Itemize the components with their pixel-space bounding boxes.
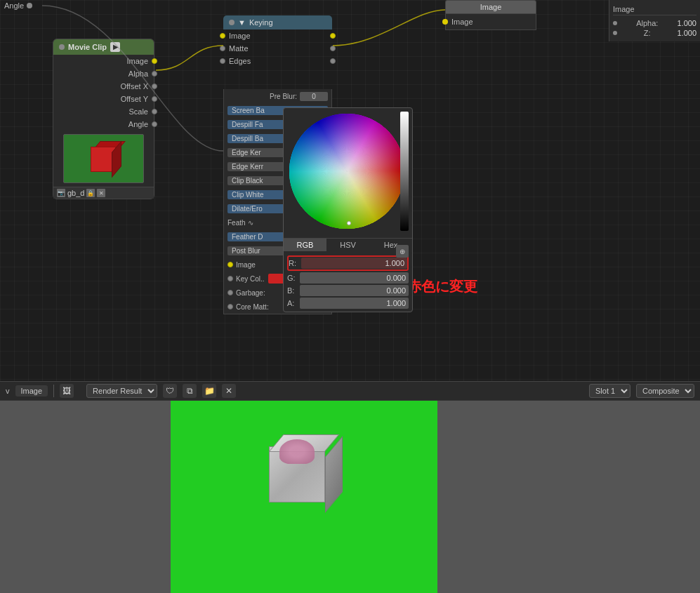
copy-icon[interactable]: ⧉ — [183, 384, 197, 398]
keying-input-edges: Edges — [223, 55, 332, 67]
keying-image-in-socket[interactable] — [220, 33, 225, 39]
brightness-strip[interactable] — [400, 112, 409, 231]
keying-edges-in-socket[interactable] — [220, 58, 225, 64]
viewer-cube — [255, 422, 346, 524]
angle-node: Angle — [0, 0, 37, 11]
output-offset-y: Offset Y — [53, 93, 154, 105]
image-menu-btn[interactable]: Image — [15, 385, 48, 397]
movie-clip-header: Movie Clip ▶ — [53, 39, 154, 55]
viewer-dark-left — [0, 401, 171, 593]
viewer-background — [0, 401, 700, 593]
shield-icon[interactable]: 🛡 — [163, 384, 177, 398]
angle-socket-out[interactable] — [152, 121, 157, 127]
alpha-dot — [613, 21, 617, 25]
slot-select[interactable]: Slot 1 — [589, 384, 630, 398]
output-angle: Angle — [53, 118, 154, 131]
scale-socket[interactable] — [152, 109, 157, 114]
alpha-socket[interactable] — [152, 71, 157, 76]
composite-select[interactable]: Composite — [636, 384, 694, 398]
z-row: Z: 1.000 — [613, 28, 696, 38]
eyedropper-icon[interactable]: ⊕ — [396, 245, 409, 258]
keying-dot — [229, 20, 235, 25]
clip-bottom-bar: 📷 gb_d 🔒 ✕ — [53, 187, 154, 199]
offset-y-socket[interactable] — [152, 96, 157, 102]
g-input[interactable] — [300, 272, 409, 284]
z-value: 1.000 — [677, 29, 696, 37]
close-icon[interactable]: ✕ — [222, 384, 236, 398]
keying-title: ▼ — [238, 18, 246, 27]
b-label: B: — [287, 286, 300, 295]
color-channel-inputs: R: G: B: A: — [284, 253, 412, 312]
image-output-body: Image — [445, 14, 536, 30]
image-row-label: Image — [236, 261, 256, 269]
image-output-node[interactable]: Image Image — [445, 0, 536, 30]
tab-rgb[interactable]: RGB — [284, 239, 326, 251]
clip-thumbnail — [63, 134, 144, 183]
keying-edges-out-socket[interactable] — [330, 58, 336, 64]
color-mode-tabs[interactable]: RGB HSV Hex — [284, 238, 412, 251]
image-viewer — [0, 401, 700, 593]
b-input[interactable] — [300, 285, 409, 296]
alpha-label: Alpha: — [636, 19, 658, 27]
keying-header: ▼ Keying — [223, 15, 332, 29]
r-label: R: — [289, 259, 301, 267]
keying-matte-in-socket[interactable] — [220, 46, 225, 51]
key-color-dot — [227, 276, 233, 281]
pre-blur-label: Pre Blur: — [227, 93, 300, 100]
node-editor: Angle Movie Clip ▶ Image Alpha Offset X … — [0, 0, 700, 400]
image-in-socket[interactable] — [442, 19, 448, 25]
feather-label: Feath — [227, 219, 246, 227]
clip-camera-icon: 📷 — [57, 189, 65, 197]
g-channel-row: G: — [287, 272, 409, 284]
feather-wave-icon: ∿ — [248, 219, 253, 227]
right-panel-title: Image — [613, 4, 696, 15]
header-dot — [59, 44, 65, 50]
sep1 — [53, 385, 54, 397]
movie-clip-title: Movie Clip — [68, 43, 107, 51]
image-socket[interactable] — [152, 58, 157, 64]
alpha-row: Alpha: 1.000 — [613, 18, 696, 28]
output-image: Image — [53, 55, 154, 67]
viewer-dark-right — [437, 401, 700, 593]
annotation-text: 赤色に変更 — [407, 277, 477, 296]
r-channel-highlighted: R: — [287, 255, 409, 271]
movie-clip-node[interactable]: Movie Clip ▶ Image Alpha Offset X Offset… — [53, 39, 154, 199]
garbage-dot — [227, 290, 233, 295]
keying-matte-out-socket[interactable] — [330, 46, 336, 51]
a-channel-row: A: — [287, 298, 409, 309]
pink-figure — [279, 439, 315, 464]
z-dot — [613, 31, 617, 35]
r-input[interactable] — [301, 258, 407, 269]
keying-node[interactable]: ▼ Keying Image Matte Edges — [223, 15, 332, 67]
offset-x-socket[interactable] — [152, 84, 157, 89]
image-socket-small — [227, 262, 233, 267]
color-picker-popup[interactable]: RGB HSV Hex R: G: B: A: — [283, 107, 413, 312]
angle-socket — [27, 3, 32, 8]
image-output-header: Image — [445, 0, 536, 14]
right-panel: Image Alpha: 1.000 Z: 1.000 — [609, 0, 700, 41]
pre-blur-input[interactable] — [300, 92, 328, 101]
tab-hsv[interactable]: HSV — [326, 239, 369, 251]
clip-close-icon[interactable]: ✕ — [97, 189, 105, 197]
key-color-label: Key Col.. — [236, 275, 265, 283]
color-wheel[interactable] — [287, 112, 407, 231]
toolbar-v-label: v — [6, 387, 10, 395]
alpha-value: 1.000 — [677, 19, 696, 27]
header-icon: ▶ — [110, 42, 120, 52]
keying-label: Keying — [249, 18, 273, 27]
clip-shield-icon: 🔒 — [86, 189, 95, 197]
clip-name: gb_d — [67, 189, 84, 197]
render-result-select[interactable]: Render Result — [86, 384, 157, 398]
a-input[interactable] — [300, 298, 409, 309]
output-scale: Scale — [53, 105, 154, 118]
cube-preview — [86, 141, 121, 176]
folder-icon[interactable]: 📁 — [202, 384, 216, 398]
keying-image-out-socket[interactable] — [330, 33, 336, 39]
image-input-row: Image — [451, 15, 530, 28]
image-viewer-icon[interactable]: 🖼 — [60, 384, 74, 398]
angle-label: Angle — [4, 1, 24, 10]
z-label: Z: — [644, 29, 651, 37]
b-channel-row: B: — [287, 285, 409, 296]
r-channel-row: R: — [289, 258, 407, 269]
keying-input-image: Image — [223, 29, 332, 42]
